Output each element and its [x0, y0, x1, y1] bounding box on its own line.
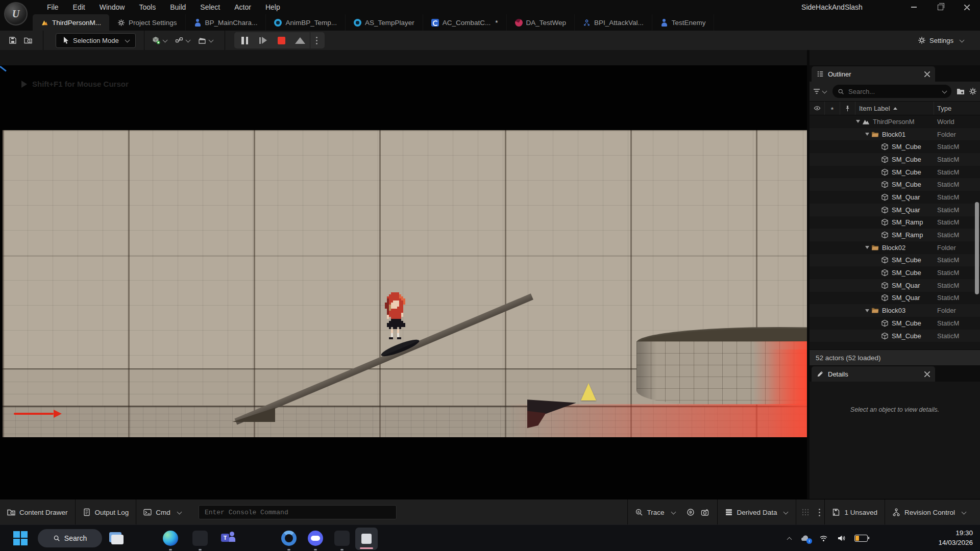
visibility-cell[interactable]: [810, 317, 824, 330]
console-command-field[interactable]: [199, 505, 397, 519]
file-explorer-button[interactable]: [107, 529, 126, 547]
favorite-cell[interactable]: [824, 204, 839, 216]
visibility-cell[interactable]: [810, 304, 824, 317]
favorite-column-header[interactable]: *: [825, 102, 840, 115]
favorite-cell[interactable]: [824, 115, 839, 128]
pin-cell[interactable]: [839, 292, 854, 305]
game-viewport[interactable]: Shift+F1 for Mouse Cursor: [0, 65, 807, 499]
outliner-row[interactable]: SM_CubeStaticM: [810, 254, 980, 267]
eject-button[interactable]: [291, 33, 309, 48]
outliner-row[interactable]: Block01Folder: [810, 128, 980, 141]
pin-cell[interactable]: [839, 140, 854, 153]
type-column-header[interactable]: Type: [934, 102, 980, 115]
outliner-row[interactable]: SM_CubeStaticM: [810, 140, 980, 153]
browse-content-button[interactable]: [20, 33, 36, 48]
expand-arrow-icon[interactable]: [865, 309, 869, 312]
outliner-row[interactable]: SM_QuarStaticM: [810, 292, 980, 305]
pin-cell[interactable]: [839, 178, 854, 191]
visibility-cell[interactable]: [810, 279, 824, 292]
favorite-cell[interactable]: [824, 166, 839, 179]
favorite-cell[interactable]: [824, 254, 839, 267]
outliner-row[interactable]: Block03Folder: [810, 304, 980, 317]
taskbar-clock[interactable]: 19:30 14/03/2026: [938, 529, 973, 548]
favorite-cell[interactable]: [824, 304, 839, 317]
pin-cell[interactable]: [839, 166, 854, 179]
item-label-column-header[interactable]: Item Label: [855, 102, 934, 115]
cinematics-button[interactable]: [194, 33, 217, 48]
pin-cell[interactable]: [839, 254, 854, 267]
visibility-cell[interactable]: [810, 204, 824, 216]
selection-mode-dropdown[interactable]: Selection Mode: [56, 33, 136, 48]
menu-item-file[interactable]: File: [40, 3, 66, 11]
discord-button[interactable]: [306, 529, 325, 547]
expand-arrow-icon[interactable]: [865, 246, 869, 249]
outliner-row[interactable]: ThirdPersonMWorld: [810, 115, 980, 128]
volume-icon[interactable]: [837, 534, 846, 542]
start-button[interactable]: [11, 529, 30, 547]
favorite-cell[interactable]: [824, 178, 839, 191]
outliner-search[interactable]: [832, 85, 951, 98]
favorite-cell[interactable]: [824, 128, 839, 141]
menu-item-edit[interactable]: Edit: [66, 3, 92, 11]
asset-tab-project-settings[interactable]: Project Settings: [109, 14, 186, 31]
close-icon[interactable]: [924, 371, 930, 377]
chevron-down-icon[interactable]: [822, 88, 827, 93]
tab-details[interactable]: Details: [812, 366, 935, 382]
pin-cell[interactable]: [839, 128, 854, 141]
expand-arrow-icon[interactable]: [865, 133, 869, 136]
pin-cell[interactable]: [839, 279, 854, 292]
cmd-dropdown[interactable]: Cmd: [136, 499, 189, 525]
insights-button[interactable]: [683, 499, 698, 525]
asset-tab-bpi-attackval-[interactable]: BPI_AttackVal...: [575, 14, 652, 31]
favorite-cell[interactable]: [824, 292, 839, 305]
favorite-cell[interactable]: [824, 266, 839, 279]
filter-icon[interactable]: [813, 87, 821, 95]
outliner-row[interactable]: SM_CubeStaticM: [810, 317, 980, 330]
outliner-row[interactable]: SM_QuarStaticM: [810, 279, 980, 292]
favorite-cell[interactable]: [824, 330, 839, 342]
visibility-column-header[interactable]: [810, 102, 825, 115]
status-more-button[interactable]: [815, 499, 824, 525]
teams-button[interactable]: T: [218, 529, 237, 547]
taskbar-search[interactable]: Search: [38, 529, 102, 547]
visibility-cell[interactable]: [810, 292, 824, 305]
visibility-cell[interactable]: [810, 128, 824, 141]
pin-cell[interactable]: [839, 229, 854, 241]
pin-cell[interactable]: [839, 266, 854, 279]
asset-tab-da-testwep[interactable]: DA_TestWep: [507, 14, 575, 31]
content-drawer-button[interactable]: Content Drawer: [0, 499, 75, 525]
visibility-cell[interactable]: [810, 330, 824, 342]
favorite-cell[interactable]: [824, 279, 839, 292]
chevron-down-icon[interactable]: [942, 88, 947, 93]
visibility-cell[interactable]: [810, 266, 824, 279]
asset-tab-as-tempplayer[interactable]: AS_TempPlayer: [346, 14, 423, 31]
visibility-cell[interactable]: [810, 166, 824, 179]
outliner-row[interactable]: SM_RampStaticM: [810, 229, 980, 241]
close-button[interactable]: [953, 0, 980, 14]
pin-cell[interactable]: [839, 115, 854, 128]
new-folder-icon[interactable]: [957, 87, 965, 95]
outliner-row[interactable]: SM_CubeStaticM: [810, 166, 980, 179]
favorite-cell[interactable]: [824, 241, 839, 254]
edge-browser-button[interactable]: [161, 529, 180, 547]
minimize-button[interactable]: [900, 0, 927, 14]
menu-item-window[interactable]: Window: [92, 3, 132, 11]
visibility-cell[interactable]: [810, 254, 824, 267]
pin-cell[interactable]: [839, 304, 854, 317]
console-input[interactable]: [204, 508, 391, 517]
add-actor-button[interactable]: [149, 33, 172, 48]
search-input[interactable]: [847, 87, 940, 96]
tab-outliner[interactable]: Outliner: [812, 66, 935, 82]
revision-control-dropdown[interactable]: Revision Control: [885, 499, 974, 525]
settings-dropdown[interactable]: Settings: [918, 33, 965, 48]
favorite-cell[interactable]: [824, 153, 839, 166]
menu-item-build[interactable]: Build: [163, 3, 193, 11]
visibility-cell[interactable]: [810, 153, 824, 166]
visibility-cell[interactable]: [810, 241, 824, 254]
outliner-row[interactable]: SM_CubeStaticM: [810, 266, 980, 279]
asset-tab-animbp-temp-[interactable]: AnimBP_Temp...: [266, 14, 346, 31]
pin-cell[interactable]: [839, 153, 854, 166]
scrollbar-thumb[interactable]: [975, 202, 979, 294]
asset-tab-bp-mainchara-[interactable]: BP_MainChara...: [186, 14, 266, 31]
trace-dropdown[interactable]: Trace: [628, 499, 683, 525]
